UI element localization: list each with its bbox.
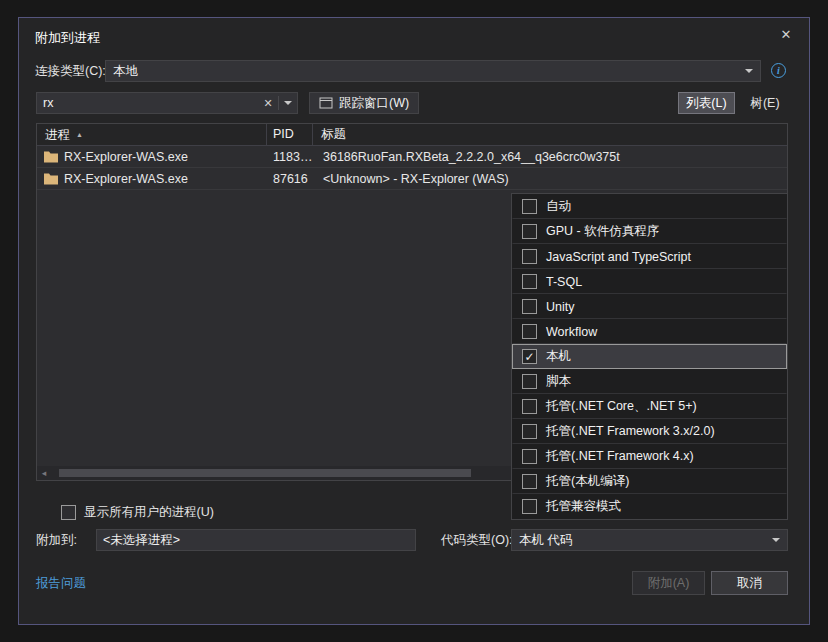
- view-list-button[interactable]: 列表(L): [678, 92, 735, 114]
- column-header-pid[interactable]: PID: [267, 124, 313, 145]
- process-title: <Unknown> - RX-Explorer (WAS): [315, 172, 787, 186]
- code-type-option[interactable]: 托管(.NET Framework 4.x): [512, 444, 787, 469]
- process-pid: 87616: [268, 172, 315, 186]
- scrollbar-thumb[interactable]: [59, 469, 471, 477]
- dropdown-arrow-icon: [745, 69, 753, 73]
- scroll-left-icon[interactable]: ◂: [37, 466, 51, 480]
- code-type-option[interactable]: 托管(.NET Core、.NET 5+): [512, 394, 787, 419]
- checkbox[interactable]: [522, 274, 537, 289]
- table-header: 进程▲ PID 标题: [37, 124, 787, 146]
- folder-icon: [43, 172, 59, 185]
- clear-search-icon[interactable]: ✕: [258, 97, 278, 110]
- show-all-users-label: 显示所有用户的进程(U): [84, 504, 214, 521]
- code-type-option[interactable]: Unity: [512, 294, 787, 319]
- column-header-title[interactable]: 标题: [313, 124, 787, 145]
- code-type-value: 本机 代码: [519, 532, 572, 549]
- checkbox[interactable]: [522, 249, 537, 264]
- code-type-option[interactable]: 脚本: [512, 369, 787, 394]
- connection-type-value: 本地: [113, 63, 138, 80]
- attach-to-label: 附加到:: [36, 529, 77, 551]
- code-type-label: 代码类型(O):: [441, 529, 513, 551]
- code-type-option[interactable]: T-SQL: [512, 269, 787, 294]
- checkbox[interactable]: [522, 324, 537, 339]
- folder-icon: [43, 150, 59, 163]
- dropdown-arrow-icon: [284, 101, 292, 105]
- column-header-process[interactable]: 进程▲: [37, 124, 267, 145]
- close-icon[interactable]: ✕: [778, 27, 794, 43]
- cancel-button[interactable]: 取消: [711, 571, 788, 595]
- checkbox[interactable]: [522, 424, 537, 439]
- dropdown-arrow-icon: [772, 538, 780, 542]
- checkbox[interactable]: [522, 474, 537, 489]
- dialog-title: 附加到进程: [35, 29, 100, 47]
- code-type-combo[interactable]: 本机 代码: [511, 529, 788, 551]
- process-pid: 1183…: [268, 150, 315, 164]
- check-icon: ✓: [524, 351, 534, 363]
- track-window-button[interactable]: 跟踪窗口(W): [309, 92, 419, 114]
- info-icon[interactable]: i: [771, 63, 786, 78]
- checkbox[interactable]: [522, 449, 537, 464]
- sort-ascending-icon: ▲: [76, 131, 83, 138]
- process-search-box[interactable]: ✕: [36, 92, 298, 114]
- checkbox[interactable]: [522, 499, 537, 514]
- code-type-option[interactable]: 自动: [512, 194, 787, 219]
- connection-type-label: 连接类型(C):: [35, 60, 106, 82]
- window-icon: [319, 97, 333, 109]
- search-input[interactable]: [37, 96, 258, 110]
- table-row[interactable]: RX-Explorer-WAS.exe 87616 <Unknown> - RX…: [37, 168, 787, 190]
- code-type-option[interactable]: 托管(本机编译): [512, 469, 787, 494]
- connection-type-combo[interactable]: 本地: [105, 60, 761, 82]
- view-tree-button[interactable]: 树(E): [742, 92, 788, 114]
- code-type-option[interactable]: Workflow: [512, 319, 787, 344]
- process-name: RX-Explorer-WAS.exe: [64, 150, 188, 164]
- track-window-label: 跟踪窗口(W): [339, 95, 409, 112]
- attach-to-process-dialog: 附加到进程 ✕ 连接类型(C): 本地 i ✕ 跟踪窗口(W) 列表(L) 树(…: [18, 17, 810, 625]
- show-all-users-checkbox[interactable]: [61, 505, 76, 520]
- checkbox[interactable]: [522, 374, 537, 389]
- checkbox[interactable]: [522, 224, 537, 239]
- checkbox[interactable]: ✓: [522, 349, 537, 364]
- table-row[interactable]: RX-Explorer-WAS.exe 1183… 36186RuoFan.RX…: [37, 146, 787, 168]
- process-name: RX-Explorer-WAS.exe: [64, 172, 188, 186]
- attach-to-field[interactable]: [96, 529, 416, 551]
- search-history-dropdown[interactable]: [279, 101, 297, 105]
- attach-button[interactable]: 附加(A): [632, 571, 705, 595]
- code-type-option[interactable]: ✓ 本机: [512, 344, 787, 369]
- code-type-option[interactable]: JavaScript and TypeScript: [512, 244, 787, 269]
- checkbox[interactable]: [522, 199, 537, 214]
- code-type-option[interactable]: 托管兼容模式: [512, 494, 787, 519]
- process-title: 36186RuoFan.RXBeta_2.2.2.0_x64__q3e6crc0…: [315, 150, 787, 164]
- checkbox[interactable]: [522, 399, 537, 414]
- code-type-popup: 自动 GPU - 软件仿真程序 JavaScript and TypeScrip…: [511, 193, 788, 520]
- code-type-option[interactable]: GPU - 软件仿真程序: [512, 219, 787, 244]
- report-problem-link[interactable]: 报告问题: [36, 575, 86, 592]
- code-type-option[interactable]: 托管(.NET Framework 3.x/2.0): [512, 419, 787, 444]
- checkbox[interactable]: [522, 299, 537, 314]
